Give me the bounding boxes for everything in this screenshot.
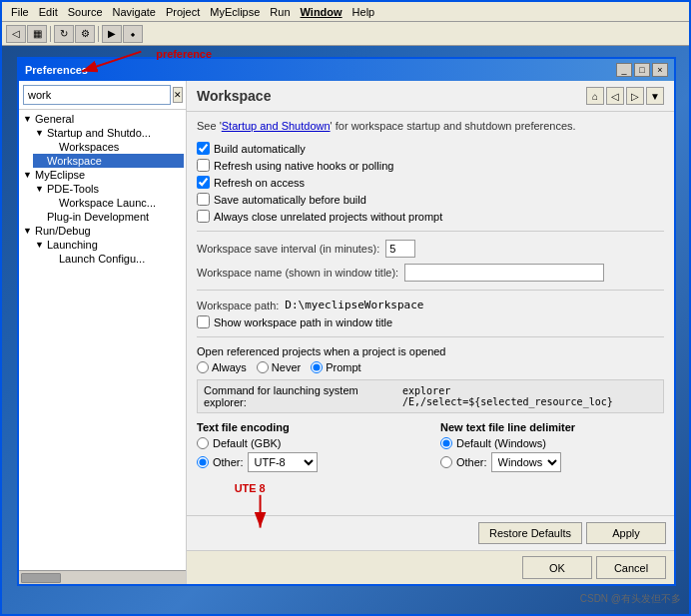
nav-back-btn[interactable]: ◁ (606, 87, 624, 105)
workspace-content-panel: Workspace ⌂ ◁ ▷ ▼ See 'Startup and Shutd… (187, 81, 674, 584)
checkbox-refresh-access: Refresh on access (197, 176, 664, 189)
checkbox-close-unrelated: Always close unrelated projects without … (197, 210, 664, 223)
tree-label-startup: Startup and Shutdo... (47, 127, 151, 139)
workspace-bottom-bar: Restore Defaults Apply (187, 515, 674, 550)
open-referenced-label: Open referenced projects when a project … (197, 345, 664, 357)
cancel-btn[interactable]: Cancel (596, 556, 666, 579)
sep-2 (197, 290, 664, 291)
delimiter-other-radio[interactable] (440, 456, 452, 468)
radio-prompt-text: Prompt (326, 361, 360, 373)
encoding-section: Text file encoding Default (GBK) Other: … (197, 421, 664, 475)
nav-menu-btn[interactable]: ▼ (646, 87, 664, 105)
show-path-row: Show workspace path in window title (197, 315, 664, 328)
menu-myeclipse[interactable]: MyEclipse (205, 4, 265, 20)
restore-defaults-btn[interactable]: Restore Defaults (478, 522, 582, 544)
tree-label-plugin: Plug-in Development (47, 211, 149, 223)
encoding-other-label: Other: (213, 456, 244, 468)
radio-never-label[interactable]: Never (257, 361, 301, 373)
workspace-path-label: Workspace path: (197, 300, 279, 311)
menu-window[interactable]: Window (296, 4, 347, 20)
encoding-default-radio[interactable] (197, 437, 209, 449)
nav-forward-btn[interactable]: ▷ (626, 87, 644, 105)
radio-never-input[interactable] (257, 361, 269, 373)
delimiter-other-option: Other: Windows Unix Mac (440, 452, 664, 472)
tree-item-workspace[interactable]: Workspace (33, 154, 184, 168)
checkbox-build-auto-label: Build automatically (214, 143, 306, 155)
tree-scrollbar-thumb[interactable] (21, 573, 61, 583)
menu-edit[interactable]: Edit (34, 4, 63, 20)
checkbox-close-unrelated-input[interactable] (197, 210, 210, 223)
tree-item-plugin-dev[interactable]: Plug-in Development (33, 210, 184, 224)
nav-home-btn[interactable]: ⌂ (586, 87, 604, 105)
radio-prompt-label[interactable]: Prompt (311, 361, 360, 373)
tree-arrow-config (47, 254, 57, 264)
tree-item-pde-tools[interactable]: ▼ PDE-Tools (33, 182, 184, 196)
tree-label-myeclipse: MyEclipse (35, 169, 85, 181)
toolbar-btn-5[interactable]: ▶ (102, 25, 122, 43)
menu-file[interactable]: File (6, 4, 34, 20)
workspace-header: Workspace ⌂ ◁ ▷ ▼ (187, 81, 674, 112)
radio-always-label[interactable]: Always (197, 361, 247, 373)
radio-always-input[interactable] (197, 361, 209, 373)
text-encoding-block: Text file encoding Default (GBK) Other: … (197, 421, 420, 475)
tree-children-general: ▼ Startup and Shutdo... Workspaces (21, 126, 184, 168)
show-path-input[interactable] (197, 315, 210, 328)
desc-prefix: See ' (197, 120, 222, 132)
tree-children-launching: Launch Configu... (33, 252, 184, 266)
toolbar-btn-3[interactable]: ↻ (54, 25, 74, 43)
checkbox-save-before-build-label: Save automatically before build (214, 194, 366, 206)
tree-item-launch-config[interactable]: Launch Configu... (45, 252, 184, 266)
tree-label-config: Launch Configu... (59, 253, 145, 265)
toolbar-sep-1 (50, 26, 51, 42)
menu-source[interactable]: Source (63, 4, 108, 20)
toolbar-btn-1[interactable]: ◁ (6, 25, 26, 43)
checkbox-build-auto-input[interactable] (197, 142, 210, 155)
tree-item-myeclipse[interactable]: ▼ MyEclipse (21, 168, 184, 182)
delimiter-default-radio[interactable] (440, 437, 452, 449)
encoding-default-label: Default (GBK) (213, 437, 281, 449)
checkbox-refresh-native-input[interactable] (197, 159, 210, 172)
tree-arrow-startup: ▼ (35, 128, 45, 138)
tree-arrow-launching: ▼ (35, 240, 45, 250)
checkbox-refresh-access-input[interactable] (197, 176, 210, 189)
tree-item-workspaces[interactable]: Workspaces (45, 140, 184, 154)
eclipse-menubar: File Edit Source Navigate Project MyEcli… (2, 2, 689, 22)
menu-run[interactable]: Run (265, 4, 295, 20)
checkbox-refresh-access-label: Refresh on access (214, 177, 305, 189)
search-clear-btn[interactable]: ✕ (173, 87, 183, 103)
tree-scrollbar[interactable] (19, 570, 186, 584)
search-input[interactable] (23, 85, 171, 105)
tree-label-run: Run/Debug (35, 225, 91, 237)
tree-item-launching[interactable]: ▼ Launching (33, 238, 184, 252)
radio-never-text: Never (272, 361, 301, 373)
tree-item-startup[interactable]: ▼ Startup and Shutdo... (33, 126, 184, 140)
menu-project[interactable]: Project (161, 4, 205, 20)
sep-3 (197, 336, 664, 337)
apply-btn[interactable]: Apply (586, 522, 666, 544)
toolbar-btn-4[interactable]: ⚙ (75, 25, 95, 43)
radio-prompt-input[interactable] (311, 361, 323, 373)
desc-suffix: ' for workspace startup and shutdown pre… (331, 120, 576, 132)
dialog-minimize-btn[interactable]: _ (616, 63, 632, 77)
workspace-path-row: Workspace path: D:\myeclipseWorkspace (197, 299, 664, 311)
encoding-select[interactable]: UTF-8 GBK UTF-16 ISO-8859-1 (248, 452, 318, 472)
checkbox-save-before-build-input[interactable] (197, 193, 210, 206)
dialog-close-btn[interactable]: × (652, 63, 668, 77)
delimiter-select[interactable]: Windows Unix Mac (491, 452, 561, 472)
tree-item-general[interactable]: ▼ General (21, 112, 184, 126)
encoding-other-radio[interactable] (197, 456, 209, 468)
startup-shutdown-link[interactable]: Startup and Shutdown (222, 120, 331, 132)
toolbar-btn-6[interactable]: ⬥ (123, 25, 143, 43)
menu-help[interactable]: Help (347, 4, 380, 20)
dialog-title-controls: _ □ × (616, 63, 668, 77)
tree-item-workspace-launch[interactable]: Workspace Launc... (45, 196, 184, 210)
save-interval-input[interactable] (385, 240, 415, 258)
menu-navigate[interactable]: Navigate (108, 4, 161, 20)
toolbar-btn-2[interactable]: ▦ (27, 25, 47, 43)
tree-item-run-debug[interactable]: ▼ Run/Debug (21, 224, 184, 238)
ok-btn[interactable]: OK (522, 556, 592, 579)
workspace-description: See 'Startup and Shutdown' for workspace… (197, 120, 664, 132)
dialog-maximize-btn[interactable]: □ (634, 63, 650, 77)
workspace-name-input[interactable] (404, 264, 604, 282)
workspace-name-label: Workspace name (shown in window title): (197, 267, 398, 279)
